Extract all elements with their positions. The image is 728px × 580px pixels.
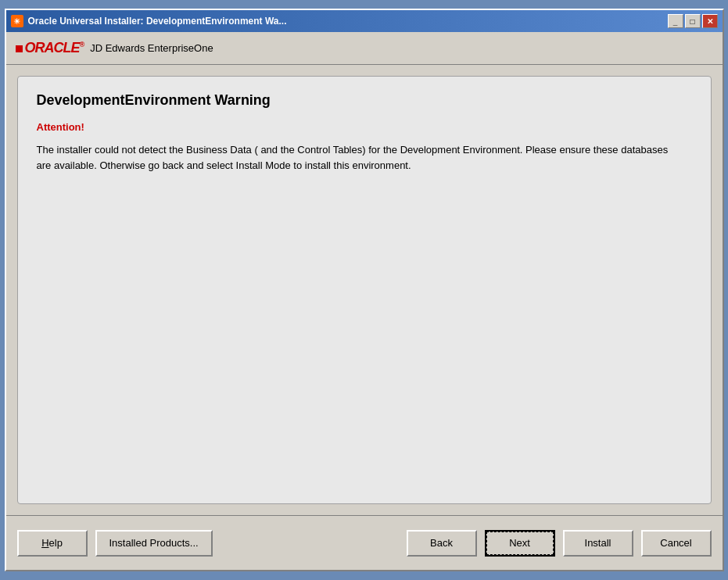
close-button[interactable]: ✕ bbox=[702, 14, 718, 28]
help-button-label: Help bbox=[41, 537, 63, 549]
installed-products-label: Installed Products... bbox=[109, 537, 199, 549]
app-icon: ☀ bbox=[11, 15, 23, 27]
maximize-button[interactable]: □ bbox=[685, 14, 701, 28]
installed-products-button[interactable]: Installed Products... bbox=[95, 530, 213, 557]
install-button-label: Install bbox=[585, 537, 611, 549]
next-button-label: Next bbox=[509, 537, 530, 549]
button-group-left: Help Installed Products... bbox=[17, 530, 213, 557]
main-content: DevelopmentEnvironment Warning Attention… bbox=[6, 65, 723, 515]
oracle-small-indicator bbox=[16, 45, 23, 52]
button-bar: Help Installed Products... Back Next Ins… bbox=[6, 515, 723, 570]
install-button[interactable]: Install bbox=[563, 530, 633, 557]
product-name: JD Edwards EnterpriseOne bbox=[90, 42, 213, 54]
content-panel: DevelopmentEnvironment Warning Attention… bbox=[17, 76, 712, 504]
oracle-logo: ORACLE® JD Edwards EnterpriseOne bbox=[16, 40, 213, 56]
attention-label: Attention! bbox=[37, 121, 692, 133]
title-bar: ☀ Oracle Universal Installer: Developmen… bbox=[6, 10, 723, 32]
window-title: Oracle Universal Installer: DevelopmentE… bbox=[28, 16, 287, 27]
title-bar-buttons: _ □ ✕ bbox=[668, 14, 718, 28]
button-group-right: Back Next Install Cancel bbox=[407, 530, 712, 557]
app-header: ORACLE® JD Edwards EnterpriseOne bbox=[6, 32, 723, 65]
oracle-brand-text: ORACLE® bbox=[16, 40, 84, 56]
cancel-button[interactable]: Cancel bbox=[641, 530, 712, 557]
minimize-button[interactable]: _ bbox=[668, 14, 683, 28]
help-button[interactable]: Help bbox=[17, 530, 88, 557]
back-button-label: Back bbox=[430, 537, 453, 549]
main-window: ☀ Oracle Universal Installer: Developmen… bbox=[5, 9, 724, 571]
cancel-button-label: Cancel bbox=[660, 537, 691, 549]
back-button[interactable]: Back bbox=[407, 530, 477, 557]
title-bar-left: ☀ Oracle Universal Installer: Developmen… bbox=[11, 15, 287, 27]
panel-title: DevelopmentEnvironment Warning bbox=[37, 92, 692, 109]
next-button[interactable]: Next bbox=[485, 530, 555, 557]
warning-text: The installer could not detect the Busin… bbox=[37, 142, 678, 173]
